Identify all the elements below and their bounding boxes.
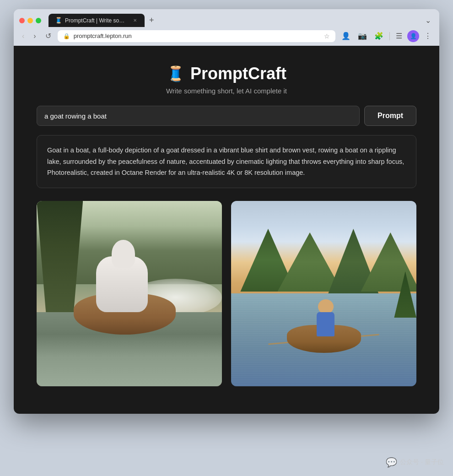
img2-figure-body [317,312,335,336]
page-content: 🧵 PromptCraft Write something short, let… [14,46,439,414]
output-text: Goat in a boat, a full-body depiction of… [47,146,404,176]
traffic-light-close[interactable] [19,18,25,23]
img2-mountains [231,229,416,303]
generated-image-1[interactable] [37,201,222,386]
images-grid [37,201,416,386]
app-header: 🧵 PromptCraft Write something short, let… [37,64,416,95]
security-icon: 🔒 [63,33,70,39]
extensions-icon-button[interactable]: 🧩 [372,30,386,42]
prompt-input[interactable] [37,106,360,126]
img2-mountain-4 [361,233,417,292]
browser-toolbar: ‹ › ↺ 🔒 promptcraft.lepton.run ☆ 👤 📷 🧩 ☰… [14,27,439,46]
tab-title-text: PromptCraft | Write somethin... [65,17,129,24]
sidebar-toggle-button[interactable]: ☰ [394,30,404,42]
browser-chrome: 🧵 PromptCraft | Write somethin... ✕ + ⌄ … [14,9,439,46]
watermark: 💬 公众号 · 量子位 [386,457,444,468]
watermark-text: 公众号 · 量子位 [400,458,444,466]
browser-window: 🧵 PromptCraft | Write somethin... ✕ + ⌄ … [14,9,439,414]
img1-goat [96,256,148,312]
traffic-lights [19,18,41,23]
browser-dropdown-button[interactable]: ⌄ [422,14,434,27]
wechat-icon: 💬 [386,457,397,468]
tab-bar: 🧵 PromptCraft | Write somethin... ✕ + [49,14,419,27]
bookmark-icon[interactable]: ☆ [324,32,330,40]
toolbar-divider [389,32,390,40]
app-logo-icon: 🧵 [167,65,185,82]
tab-close-button[interactable]: ✕ [132,17,138,24]
address-url: promptcraft.lepton.run [74,32,320,39]
menu-button[interactable]: ⋮ [422,30,434,42]
nav-refresh-button[interactable]: ↺ [43,30,54,42]
tab-favicon: 🧵 [55,17,62,24]
img1-trees-left [37,201,83,312]
address-bar[interactable]: 🔒 promptcraft.lepton.run ☆ [58,30,335,42]
browser-titlebar: 🧵 PromptCraft | Write somethin... ✕ + ⌄ [14,9,439,27]
toolbar-actions: 👤 📷 🧩 ☰ 👤 ⋮ [339,30,434,42]
profile-icon-button[interactable]: 👤 [339,30,353,42]
generated-image-2[interactable] [231,201,416,386]
traffic-light-minimize[interactable] [27,18,33,23]
input-row: Prompt [37,106,416,126]
user-avatar-button[interactable]: 👤 [407,30,419,42]
screenshot-icon-button[interactable]: 📷 [356,30,369,42]
app-title-text: PromptCraft [190,64,286,83]
new-tab-button[interactable]: + [146,14,158,27]
traffic-light-maximize[interactable] [36,18,41,23]
active-tab[interactable]: 🧵 PromptCraft | Write somethin... ✕ [49,14,145,27]
app-title: 🧵 PromptCraft [37,64,416,83]
output-text-box: Goat in a boat, a full-body depiction of… [37,135,416,188]
nav-back-button[interactable]: ‹ [19,30,27,42]
prompt-button[interactable]: Prompt [364,106,416,126]
app-subtitle: Write something short, let AI complete i… [37,87,416,95]
nav-forward-button[interactable]: › [31,30,38,42]
img2-goat-figure [313,299,339,336]
